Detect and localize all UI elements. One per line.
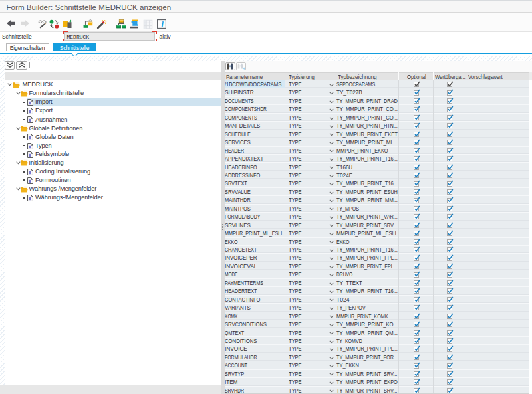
- svg-text:i: i: [161, 19, 164, 29]
